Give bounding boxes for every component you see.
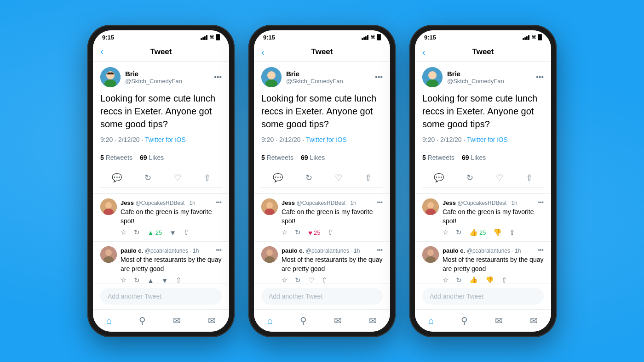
share-action-1[interactable]: ⇧ bbox=[202, 171, 213, 185]
likes-count-2: 69 Likes bbox=[301, 154, 325, 161]
retweet-action-1[interactable]: ↻ bbox=[143, 171, 153, 185]
phone-screen-2: 9:15 ⌘ ▉ ‹ Tweet bbox=[254, 30, 390, 332]
reply-item-jess-3: Jess @CupcakesRDBest · 1h ••• Cafe on th… bbox=[415, 194, 551, 242]
likes-count-1: 69 Likes bbox=[140, 154, 164, 161]
mail-nav-2[interactable]: ✉ bbox=[363, 313, 382, 328]
more-button-1[interactable]: ••• bbox=[214, 73, 222, 81]
search-nav-1[interactable]: ⚲ bbox=[133, 313, 151, 328]
vote-count-jess-2: 25 bbox=[314, 229, 320, 236]
reply-btn-paulo-2[interactable]: ☆ bbox=[282, 276, 288, 283]
twitter-for-ios-link-2[interactable]: Twitter for iOS bbox=[306, 136, 347, 143]
notif-nav-1[interactable]: ✉ bbox=[167, 313, 186, 328]
status-bar-2: 9:15 ⌘ ▉ bbox=[254, 30, 390, 43]
reply-text-jess-3: Cafe on the green is my favorite spot! bbox=[443, 208, 544, 226]
share-action-2[interactable]: ⇧ bbox=[363, 171, 374, 185]
reply-btn-jess-3[interactable]: ☆ bbox=[443, 228, 448, 237]
reply-more-jess-2[interactable]: ••• bbox=[377, 199, 383, 206]
reply-item-paulo-1: paulo c. @pcabralantunes · 1h ••• Most o… bbox=[93, 242, 229, 283]
back-button-2[interactable]: ‹ bbox=[261, 47, 264, 57]
thumbsup-btn-jess-3[interactable]: 👍 25 bbox=[469, 228, 486, 237]
share-action-3[interactable]: ⇧ bbox=[524, 171, 535, 185]
back-button-1[interactable]: ‹ bbox=[100, 46, 104, 58]
share-btn-jess-2[interactable]: ⇧ bbox=[328, 228, 334, 237]
home-nav-3[interactable]: ⌂ bbox=[423, 314, 439, 328]
reply-handle-paulo-3: @pcabralantunes · 1h bbox=[467, 248, 521, 254]
reply-action-3[interactable]: 💬 bbox=[432, 171, 446, 185]
downvote-btn-paulo-1[interactable]: ▼ bbox=[161, 277, 168, 283]
status-icons-3: ⌘ ▉ bbox=[523, 34, 542, 40]
replies-list-1: Jess @CupcakesRDBest · 1h ••• Cafe on th… bbox=[93, 194, 229, 283]
share-btn-paulo-2[interactable]: ⇧ bbox=[322, 276, 328, 283]
thumbsdown-btn-paulo-3[interactable]: 👎 bbox=[485, 276, 494, 283]
retweet-action-3[interactable]: ↻ bbox=[465, 171, 475, 185]
reply-btn-jess-1[interactable]: ☆ bbox=[121, 228, 126, 237]
svg-point-32 bbox=[428, 71, 437, 79]
reply-more-paulo-2[interactable]: ••• bbox=[377, 247, 383, 254]
reply-more-paulo-3[interactable]: ••• bbox=[538, 247, 544, 254]
reply-handle-paulo-1: @pcabralantunes · 1h bbox=[145, 248, 199, 254]
more-button-3[interactable]: ••• bbox=[536, 73, 544, 81]
reply-handle-paulo-2: @pcabralantunes · 1h bbox=[306, 248, 360, 254]
add-tweet-input-2[interactable]: Add another Tweet bbox=[261, 288, 383, 305]
share-btn-jess-3[interactable]: ⇧ bbox=[509, 228, 515, 237]
retweet-btn-paulo-1[interactable]: ↻ bbox=[134, 276, 140, 283]
thumbsdown-btn-jess-3[interactable]: 👎 bbox=[493, 228, 502, 237]
svg-point-35 bbox=[427, 202, 434, 209]
add-tweet-input-1[interactable]: Add another Tweet bbox=[100, 288, 222, 305]
reply-handle-jess-2: @CupcakesRDBest · 1h bbox=[297, 200, 356, 206]
downvote-btn-jess-1[interactable]: ▼ bbox=[169, 229, 176, 237]
reply-action-1[interactable]: 💬 bbox=[110, 171, 124, 185]
retweet-btn-paulo-2[interactable]: ↻ bbox=[295, 276, 301, 283]
mail-nav-3[interactable]: ✉ bbox=[524, 313, 543, 328]
retweet-btn-paulo-3[interactable]: ↻ bbox=[456, 276, 462, 283]
notif-nav-3[interactable]: ✉ bbox=[489, 313, 508, 328]
battery-icon-3: ▉ bbox=[538, 34, 542, 40]
likes-count-3: 69 Likes bbox=[462, 154, 486, 161]
reply-btn-paulo-1[interactable]: ☆ bbox=[121, 276, 126, 283]
paulo-avatar-3 bbox=[422, 246, 439, 263]
back-button-3[interactable]: ‹ bbox=[422, 47, 426, 57]
more-button-2[interactable]: ••• bbox=[375, 73, 383, 81]
like-action-1[interactable]: ♡ bbox=[172, 171, 183, 185]
home-nav-2[interactable]: ⌂ bbox=[262, 314, 278, 328]
like-action-3[interactable]: ♡ bbox=[494, 171, 505, 185]
reply-action-2[interactable]: 💬 bbox=[271, 171, 285, 185]
svg-point-20 bbox=[266, 202, 273, 209]
retweet-btn-jess-3[interactable]: ↻ bbox=[456, 228, 462, 237]
tweet-text-1: Looking for some cute lunch reccs in Exe… bbox=[100, 92, 222, 130]
share-btn-jess-1[interactable]: ⇧ bbox=[184, 228, 190, 237]
share-btn-paulo-3[interactable]: ⇧ bbox=[501, 276, 507, 283]
search-nav-3[interactable]: ⚲ bbox=[455, 313, 473, 328]
retweet-action-2[interactable]: ↻ bbox=[304, 171, 314, 185]
upvote-btn-jess-1[interactable]: ▲ 25 bbox=[147, 229, 162, 237]
reply-btn-paulo-3[interactable]: ☆ bbox=[443, 276, 448, 283]
vote-count-jess-1: 25 bbox=[155, 229, 162, 236]
home-nav-1[interactable]: ⌂ bbox=[101, 314, 117, 328]
notif-nav-2[interactable]: ✉ bbox=[328, 313, 347, 328]
mail-nav-1[interactable]: ✉ bbox=[202, 313, 221, 328]
reply-more-paulo-1[interactable]: ••• bbox=[216, 247, 222, 254]
reply-text-paulo-1: Most of the restaurants by the quay are … bbox=[121, 255, 222, 273]
twitter-for-ios-link-1[interactable]: Twitter for iOS bbox=[145, 136, 186, 143]
search-nav-2[interactable]: ⚲ bbox=[294, 313, 312, 328]
author-name-1: Brie bbox=[125, 70, 209, 78]
heart-btn-paulo-2[interactable]: ♡ bbox=[308, 276, 314, 283]
retweet-count-2: 5 Retweets bbox=[261, 154, 293, 161]
phone-frame-2: 9:15 ⌘ ▉ ‹ Tweet bbox=[248, 25, 396, 337]
main-tweet-1: Brie @Sktch_ComedyFan ••• Looking for so… bbox=[93, 62, 229, 194]
add-tweet-input-3[interactable]: Add another Tweet bbox=[422, 288, 544, 305]
reply-more-jess-3[interactable]: ••• bbox=[538, 199, 544, 206]
like-action-2[interactable]: ♡ bbox=[333, 171, 344, 185]
upvote-btn-paulo-1[interactable]: ▲ bbox=[147, 277, 154, 283]
share-btn-paulo-1[interactable]: ⇧ bbox=[176, 276, 182, 283]
retweet-btn-jess-1[interactable]: ↻ bbox=[134, 228, 140, 237]
retweet-btn-jess-2[interactable]: ↻ bbox=[295, 228, 301, 237]
reply-content-jess-1: Jess @CupcakesRDBest · 1h ••• Cafe on th… bbox=[121, 198, 222, 237]
reply-btn-jess-2[interactable]: ☆ bbox=[282, 228, 288, 237]
twitter-for-ios-link-3[interactable]: Twitter for iOS bbox=[467, 136, 508, 143]
reply-more-jess-1[interactable]: ••• bbox=[216, 199, 222, 206]
thumbsup-btn-paulo-3[interactable]: 👍 bbox=[469, 276, 478, 283]
status-bar-3: 9:15 ⌘ ▉ bbox=[415, 30, 551, 43]
heart-btn-jess-2[interactable]: ♥ 25 bbox=[308, 229, 320, 237]
svg-point-38 bbox=[427, 249, 434, 256]
